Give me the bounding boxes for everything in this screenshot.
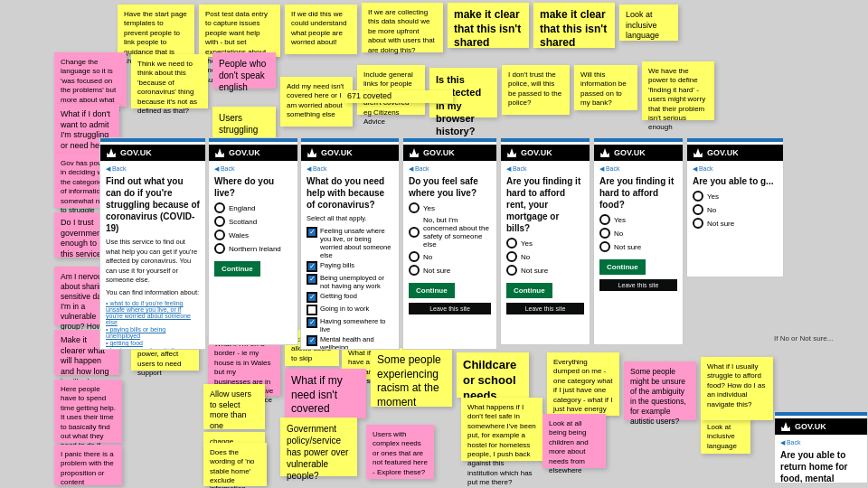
note-n37: Everything dumped on me - one category w… <box>547 352 619 416</box>
govuk-page-4: GOV.UK ◀ Back Do you feel safe where you… <box>402 137 497 350</box>
page4-title: Do you feel safe where you live? <box>409 175 491 199</box>
page3-cb-3[interactable]: ✓Being unemployed or not having any work <box>307 274 393 290</box>
note-n8: Change the language so it is 'was focuse… <box>54 52 127 107</box>
note-n9: Think we need to think about this 'becau… <box>131 54 208 108</box>
note-n41: Look at inclusive language <box>701 418 750 454</box>
page5-title: Are you finding it hard to afford rent, … <box>506 175 584 234</box>
govuk-page-1: GOV.UK ◀ Back Find out what you can do i… <box>99 137 206 350</box>
govuk-brand-3: GOV.UK <box>321 148 353 157</box>
page2-radio-wales[interactable]: Wales <box>214 230 292 240</box>
back-link-7[interactable]: ◀ Back <box>693 165 778 173</box>
note-n42: What if I usually struggle to afford foo… <box>701 357 773 420</box>
page4-continue-button[interactable]: Continue <box>409 283 455 298</box>
if-no-notsure-text: If No or Not sure... <box>774 334 864 343</box>
page2-radio-scotland[interactable]: Scotland <box>214 216 292 227</box>
page7-radio-yes[interactable]: Yes <box>693 191 778 202</box>
back-link-1[interactable]: ◀ Back <box>106 165 200 173</box>
govuk-header-7: GOV.UK <box>687 145 783 161</box>
note-n11: Add my need isn't covered here or I am w… <box>280 77 353 127</box>
govuk-brand-7: GOV.UK <box>707 148 739 157</box>
page3-cb-2[interactable]: ✓Paying bills <box>307 261 393 272</box>
crown-icon-5 <box>506 148 517 157</box>
page8-title: Are you able to return home for food, me… <box>780 449 862 483</box>
govuk-header-6: GOV.UK <box>594 145 683 161</box>
note-n6: make it clear that this isn't shared <box>533 3 615 48</box>
note-n10: People who don't speak english <box>212 52 276 89</box>
page5-leave-button[interactable]: Leave this site <box>506 303 584 314</box>
govuk-brand-6: GOV.UK <box>614 148 646 157</box>
back-link-3[interactable]: ◀ Back <box>307 165 393 173</box>
govuk-header-4: GOV.UK <box>403 145 496 161</box>
page3-cb-4[interactable]: ✓Getting food <box>307 292 393 303</box>
note-n14: I don't trust the police, will this be p… <box>502 65 570 115</box>
page4-radio-no[interactable]: No <box>409 251 491 262</box>
govuk-page-6: GOV.UK ◀ Back Are you finding it hard to… <box>593 137 684 345</box>
page4-radio-no-other[interactable]: No, but I'm concerned about the safety o… <box>409 216 491 249</box>
page5-continue-button[interactable]: Continue <box>506 283 552 298</box>
note-n20: 671 coveted <box>344 90 453 103</box>
page3-cb-7[interactable]: ✓Mental health and wellbeing <box>307 335 393 351</box>
back-link-2[interactable]: ◀ Back <box>214 165 292 173</box>
page7-title: Are you able to g... <box>693 175 778 187</box>
page6-radio-yes[interactable]: Yes <box>599 214 677 225</box>
govuk-page-3: GOV.UK ◀ Back What do you need help with… <box>300 137 400 350</box>
page3-cb-6[interactable]: ✓Having somewhere to live <box>307 317 393 333</box>
note-n1: Have the start page templates to prevent… <box>118 5 194 54</box>
page2-radio-england[interactable]: England <box>214 202 292 213</box>
govuk-brand-5: GOV.UK <box>521 148 552 157</box>
back-link-6[interactable]: ◀ Back <box>599 165 677 173</box>
page1-bullet-3: • getting food <box>106 340 200 346</box>
note-n34: Some people experiencing racism at the m… <box>371 348 452 407</box>
page3-cb-5[interactable]: Going in to work <box>307 305 393 315</box>
govuk-page-2: GOV.UK ◀ Back Where do you live? England… <box>208 137 298 345</box>
page2-continue-button[interactable]: Continue <box>214 261 260 277</box>
back-link-8[interactable]: ◀ Back <box>780 439 862 446</box>
govuk-page-5: GOV.UK ◀ Back Are you finding it hard to… <box>500 137 590 345</box>
note-n44: Does the wording of 'no stable home' exc… <box>203 443 267 486</box>
note-n36: Government policy/service has power over… <box>280 418 357 476</box>
crown-icon-8 <box>780 422 791 431</box>
page1-info: You can find information about: <box>106 288 200 298</box>
note-n4: If we are collecting this data should we… <box>362 3 443 52</box>
govuk-header-8: GOV.UK <box>775 418 867 435</box>
note-n26: Here people have to spend time getting h… <box>54 380 122 443</box>
page5-radio-yes[interactable]: Yes <box>506 238 584 249</box>
page6-radio-no[interactable]: No <box>599 228 677 239</box>
page3-subtext: Select all that apply. <box>307 214 393 224</box>
page1-title: Find out what you can do if you're strug… <box>106 175 200 234</box>
note-n39: What happens if I don't feel safe in som… <box>461 398 542 461</box>
crown-icon-1 <box>106 148 117 157</box>
page5-radio-no[interactable]: No <box>506 251 584 262</box>
page7-radio-notsure[interactable]: Not sure <box>693 218 778 229</box>
back-link-5[interactable]: ◀ Back <box>506 165 584 173</box>
crown-icon-2 <box>214 148 225 157</box>
govuk-header-5: GOV.UK <box>501 145 590 161</box>
page4-radio-yes[interactable]: Yes <box>409 202 491 213</box>
back-link-4[interactable]: ◀ Back <box>409 165 491 173</box>
page5-radio-notsure[interactable]: Not sure <box>506 265 584 276</box>
page6-leave-button[interactable]: Leave this site <box>599 279 677 291</box>
page6-radio-notsure[interactable]: Not sure <box>599 241 677 252</box>
crown-icon-6 <box>599 148 610 157</box>
note-n16: We have the power to define 'finding it … <box>642 61 714 120</box>
govuk-brand-4: GOV.UK <box>423 148 455 157</box>
note-n27: I panic there is a problem with the prop… <box>54 445 122 485</box>
note-n15: Will this information be passed on to my… <box>574 65 637 110</box>
page3-cb-1[interactable]: ✓Feeling unsafe where you live, or being… <box>307 227 393 259</box>
page1-intro: Use this service to find out what help y… <box>106 238 200 286</box>
page7-radio-no[interactable]: No <box>693 204 778 215</box>
page1-bullet-1: • what to do if you're feeling unsafe wh… <box>106 300 200 325</box>
note-n3: If we did this we could understand what … <box>285 5 357 54</box>
page6-title: Are you finding it hard to afford food? <box>599 175 677 211</box>
page2-radio-nireland[interactable]: Northern Ireland <box>214 243 292 254</box>
govuk-header-2: GOV.UK <box>209 145 297 161</box>
page4-radio-notsure[interactable]: Not sure <box>409 265 491 276</box>
govuk-brand-2: GOV.UK <box>229 148 260 157</box>
main-canvas: Have the start page templates to prevent… <box>0 0 868 488</box>
page6-continue-button[interactable]: Continue <box>599 259 646 275</box>
govuk-header-3: GOV.UK <box>301 145 399 161</box>
page4-leave-button[interactable]: Leave this site <box>409 303 491 314</box>
note-n5: make it clear that this isn't shared <box>448 3 529 48</box>
govuk-brand-1: GOV.UK <box>120 148 152 157</box>
note-n38: Some people might be unsure of the ambig… <box>624 361 696 420</box>
